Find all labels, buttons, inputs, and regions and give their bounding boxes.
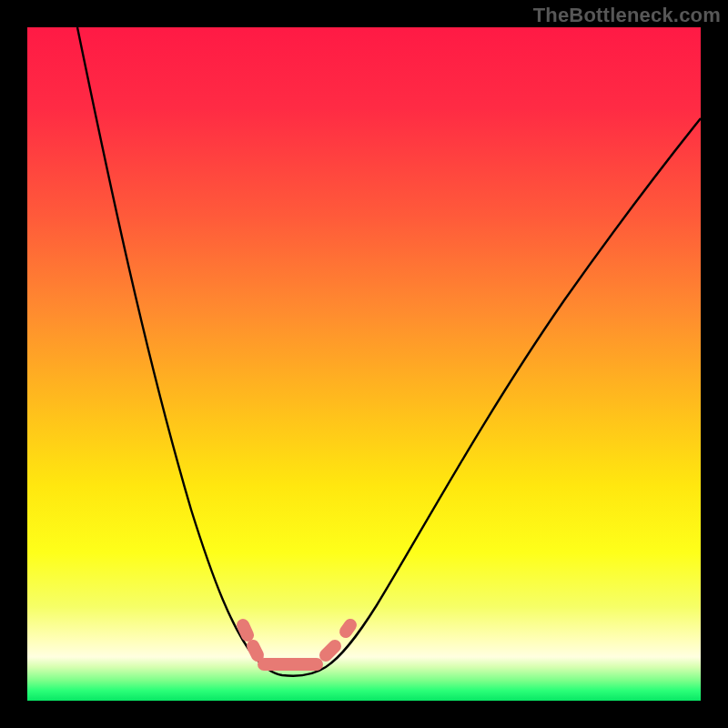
highlight-marks bbox=[243, 625, 350, 664]
watermark-text: TheBottleneck.com bbox=[533, 4, 721, 27]
curve-line bbox=[77, 27, 701, 676]
plot-area bbox=[27, 27, 701, 701]
chart-frame: TheBottleneck.com bbox=[0, 0, 728, 728]
bottleneck-curve bbox=[27, 27, 701, 701]
